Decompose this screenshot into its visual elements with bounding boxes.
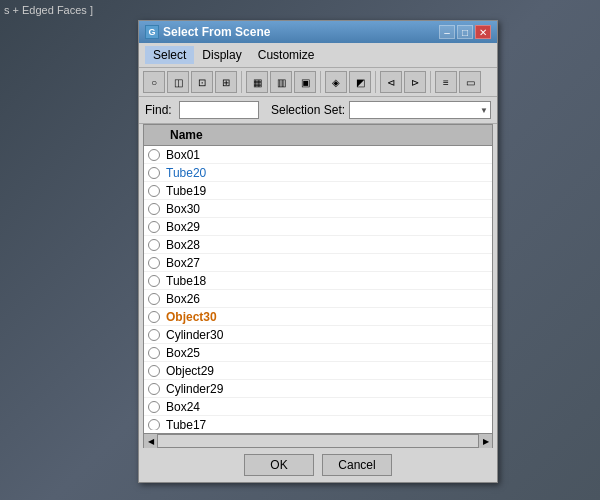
list-item-radio[interactable] [148, 185, 160, 197]
toolbar-btn-circle[interactable]: ○ [143, 71, 165, 93]
list-item-name: Box27 [166, 256, 200, 270]
select-from-scene-dialog: G Select From Scene – □ ✕ Select Display… [138, 20, 498, 483]
list-item[interactable]: Box24 [144, 398, 492, 416]
list-item[interactable]: Tube18 [144, 272, 492, 290]
horizontal-scrollbar[interactable]: ◀ ▶ [143, 434, 493, 448]
close-button[interactable]: ✕ [475, 25, 491, 39]
toolbar-btn-5[interactable]: ▦ [246, 71, 268, 93]
list-item-name: Cylinder29 [166, 382, 223, 396]
list-header-name: Name [144, 125, 492, 146]
list-item-radio[interactable] [148, 239, 160, 251]
list-item-radio[interactable] [148, 293, 160, 305]
list-item-name: Tube19 [166, 184, 206, 198]
list-item-name: Tube17 [166, 418, 206, 431]
list-item[interactable]: Box28 [144, 236, 492, 254]
list-item-name: Box29 [166, 220, 200, 234]
list-item-name: Object29 [166, 364, 214, 378]
list-item[interactable]: Box25 [144, 344, 492, 362]
list-item-name: Box28 [166, 238, 200, 252]
object-list-body[interactable]: Box01Tube20Tube19Box30Box29Box28Box27Tub… [144, 146, 492, 430]
menu-item-customize[interactable]: Customize [250, 46, 323, 64]
list-item[interactable]: Tube17 [144, 416, 492, 430]
list-item[interactable]: Object29 [144, 362, 492, 380]
list-item-radio[interactable] [148, 365, 160, 377]
selection-set-label: Selection Set: [271, 103, 345, 117]
toolbar: ○ ◫ ⊡ ⊞ ▦ ▥ ▣ ◈ ◩ ⊲ ⊳ ≡ ▭ [139, 68, 497, 97]
toolbar-btn-6[interactable]: ▥ [270, 71, 292, 93]
menu-bar: Select Display Customize [139, 43, 497, 68]
list-item-name: Object30 [166, 310, 217, 324]
list-item[interactable]: Object30 [144, 308, 492, 326]
cancel-button[interactable]: Cancel [322, 454, 392, 476]
menu-item-display[interactable]: Display [194, 46, 249, 64]
list-item[interactable]: Cylinder29 [144, 380, 492, 398]
title-controls: – □ ✕ [439, 25, 491, 39]
list-item-name: Box24 [166, 400, 200, 414]
list-item[interactable]: Box26 [144, 290, 492, 308]
dialog-footer: OK Cancel [139, 448, 497, 482]
app-icon: G [145, 25, 159, 39]
list-item[interactable]: Box30 [144, 200, 492, 218]
toolbar-btn-9[interactable]: ◩ [349, 71, 371, 93]
list-item[interactable]: Cylinder30 [144, 326, 492, 344]
list-item-radio[interactable] [148, 203, 160, 215]
toolbar-separator-3 [375, 71, 376, 93]
toolbar-btn-11[interactable]: ⊳ [404, 71, 426, 93]
minimize-button[interactable]: – [439, 25, 455, 39]
toolbar-separator-4 [430, 71, 431, 93]
toolbar-btn-10[interactable]: ⊲ [380, 71, 402, 93]
list-item-radio[interactable] [148, 347, 160, 359]
list-item-radio[interactable] [148, 275, 160, 287]
maximize-button[interactable]: □ [457, 25, 473, 39]
list-item-name: Tube18 [166, 274, 206, 288]
scroll-right-button[interactable]: ▶ [478, 434, 492, 448]
find-input[interactable] [179, 101, 259, 119]
list-item[interactable]: Box29 [144, 218, 492, 236]
list-item-name: Box25 [166, 346, 200, 360]
scroll-left-button[interactable]: ◀ [144, 434, 158, 448]
list-item[interactable]: Tube20 [144, 164, 492, 182]
toolbar-separator-1 [241, 71, 242, 93]
list-item-radio[interactable] [148, 383, 160, 395]
list-item-radio[interactable] [148, 221, 160, 233]
menu-item-select[interactable]: Select [145, 46, 194, 64]
list-item-radio[interactable] [148, 311, 160, 323]
toolbar-btn-2[interactable]: ◫ [167, 71, 189, 93]
list-item-name: Tube20 [166, 166, 206, 180]
toolbar-btn-12[interactable]: ≡ [435, 71, 457, 93]
list-item-radio[interactable] [148, 419, 160, 431]
toolbar-btn-8[interactable]: ◈ [325, 71, 347, 93]
ok-button[interactable]: OK [244, 454, 314, 476]
list-item-radio[interactable] [148, 149, 160, 161]
toolbar-separator-2 [320, 71, 321, 93]
toolbar-btn-4[interactable]: ⊞ [215, 71, 237, 93]
toolbar-btn-13[interactable]: ▭ [459, 71, 481, 93]
list-item[interactable]: Tube19 [144, 182, 492, 200]
title-bar: G Select From Scene – □ ✕ [139, 21, 497, 43]
list-item-name: Box30 [166, 202, 200, 216]
list-item-name: Box26 [166, 292, 200, 306]
viewport-label: s + Edged Faces ] [4, 4, 93, 16]
dialog-title: Select From Scene [163, 25, 270, 39]
toolbar-btn-3[interactable]: ⊡ [191, 71, 213, 93]
list-item[interactable]: Box27 [144, 254, 492, 272]
title-bar-left: G Select From Scene [145, 25, 270, 39]
find-bar: Find: Selection Set: ▼ [139, 97, 497, 124]
list-item-radio[interactable] [148, 329, 160, 341]
list-item-radio[interactable] [148, 257, 160, 269]
list-item-name: Cylinder30 [166, 328, 223, 342]
dropdown-arrow-icon: ▼ [480, 106, 488, 115]
toolbar-btn-7[interactable]: ▣ [294, 71, 316, 93]
list-item-name: Box01 [166, 148, 200, 162]
list-item-radio[interactable] [148, 401, 160, 413]
list-item-radio[interactable] [148, 167, 160, 179]
selection-set-dropdown[interactable]: ▼ [349, 101, 491, 119]
list-item[interactable]: Box01 [144, 146, 492, 164]
object-list-container: Name Box01Tube20Tube19Box30Box29Box28Box… [143, 124, 493, 434]
find-label: Find: [145, 103, 175, 117]
